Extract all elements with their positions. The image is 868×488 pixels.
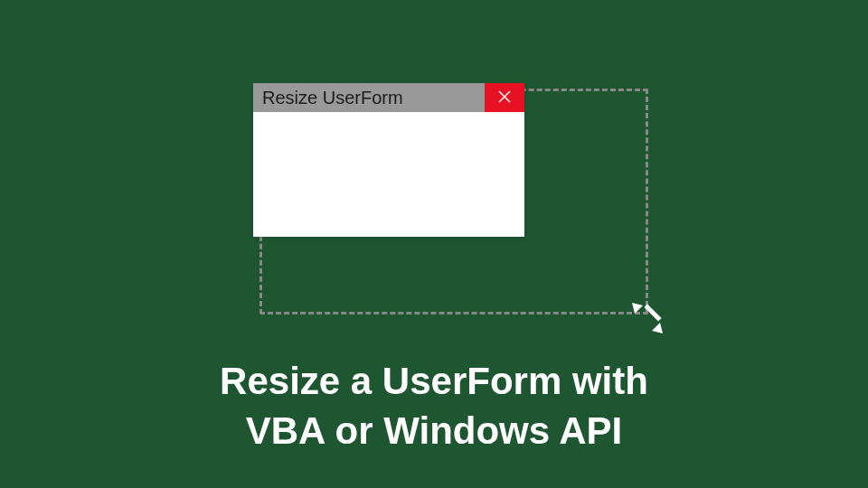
- resize-handle-icon: [629, 300, 665, 336]
- headline-line-2: VBA or Windows API: [0, 407, 868, 456]
- close-icon: [498, 89, 511, 108]
- svg-marker-2: [632, 303, 643, 314]
- svg-marker-4: [652, 323, 663, 333]
- headline-line-1: Resize a UserForm with: [0, 357, 868, 407]
- userform-illustration: Resize UserForm: [199, 89, 651, 324]
- userform-window: Resize UserForm: [253, 83, 524, 237]
- svg-rect-3: [644, 304, 661, 321]
- window-title: Resize UserForm: [253, 88, 403, 108]
- headline: Resize a UserForm with VBA or Windows AP…: [0, 357, 868, 455]
- window-titlebar[interactable]: Resize UserForm: [253, 83, 524, 112]
- close-button[interactable]: [485, 83, 524, 112]
